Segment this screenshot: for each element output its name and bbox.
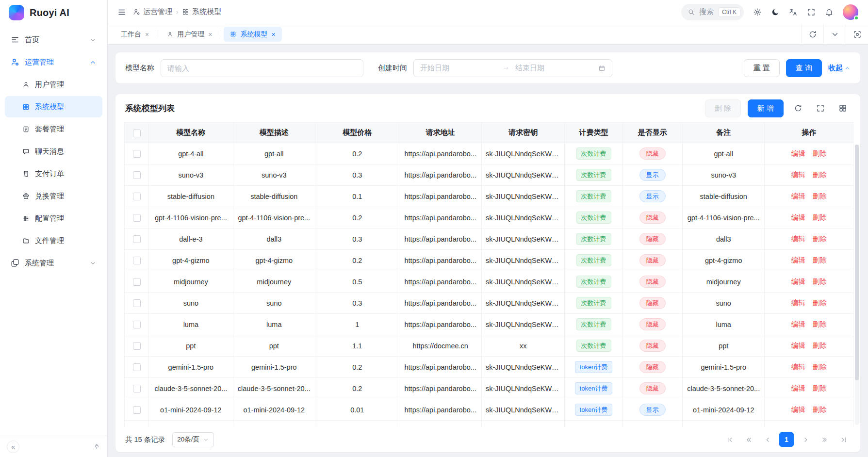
- expand-icon[interactable]: [813, 100, 828, 116]
- sidebar-item-home[interactable]: 首页: [5, 29, 102, 50]
- select-all-checkbox[interactable]: [133, 130, 141, 137]
- edit-link[interactable]: 编辑: [791, 256, 805, 264]
- delete-link[interactable]: 删除: [813, 406, 827, 413]
- row-checkbox[interactable]: [133, 278, 141, 286]
- next-page-button[interactable]: [798, 432, 813, 447]
- edit-link[interactable]: 编辑: [791, 235, 805, 243]
- sidebar-item-system[interactable]: 系统管理: [5, 252, 102, 274]
- row-checkbox[interactable]: [133, 214, 141, 222]
- sidebar-item-file-management[interactable]: 文件管理: [5, 230, 102, 251]
- end-date-placeholder: 结束日期: [515, 64, 592, 73]
- delete-link[interactable]: 删除: [813, 384, 827, 392]
- search-placeholder: 搜索: [699, 7, 714, 16]
- edit-link[interactable]: 编辑: [791, 149, 805, 157]
- edit-link[interactable]: 编辑: [791, 363, 805, 371]
- row-checkbox[interactable]: [133, 193, 141, 200]
- breadcrumb-item-operations[interactable]: 运营管理: [133, 7, 172, 16]
- page-size-select[interactable]: 20条/页: [172, 432, 214, 447]
- delete-link[interactable]: 删除: [813, 192, 827, 200]
- edit-link[interactable]: 编辑: [791, 213, 805, 221]
- delete-link[interactable]: 删除: [813, 149, 827, 157]
- gear-icon[interactable]: [753, 8, 762, 16]
- sidebar-item-operations[interactable]: 运营管理: [5, 51, 102, 73]
- tab-user-manage[interactable]: 用户管理×: [161, 27, 218, 42]
- row-checkbox[interactable]: [133, 150, 141, 158]
- refresh-icon[interactable]: [801, 24, 823, 44]
- tab-workbench[interactable]: 工作台×: [115, 27, 155, 42]
- fullscreen-icon[interactable]: [807, 8, 816, 16]
- add-button[interactable]: 新 增: [748, 99, 784, 117]
- sidebar-item-system-model[interactable]: 系统模型: [5, 96, 102, 117]
- sidebar-item-config-management[interactable]: 配置管理: [5, 208, 102, 229]
- scrollbar-thumb[interactable]: [855, 145, 859, 380]
- tab-system-model[interactable]: 系统模型×: [224, 27, 281, 42]
- avatar[interactable]: [843, 4, 858, 20]
- sidebar-item-payment-orders[interactable]: 支付订单: [5, 163, 102, 184]
- bell-icon[interactable]: [825, 8, 834, 16]
- edit-link[interactable]: 编辑: [791, 192, 805, 200]
- tab-close-icon[interactable]: ×: [145, 31, 149, 38]
- delete-link[interactable]: 删除: [813, 299, 827, 307]
- sidebar-item-package-management[interactable]: 套餐管理: [5, 118, 102, 140]
- cell-remark: gemini-1.5-pro: [683, 357, 765, 378]
- sidebar-item-user-management[interactable]: 用户管理: [5, 74, 102, 95]
- jump-forward-button[interactable]: [817, 432, 832, 447]
- sidebar-item-exchange-management[interactable]: 兑换管理: [5, 185, 102, 207]
- row-checkbox[interactable]: [133, 171, 141, 179]
- collapse-filter-link[interactable]: 收起: [828, 64, 851, 73]
- row-checkbox[interactable]: [133, 321, 141, 328]
- edit-link[interactable]: 编辑: [791, 171, 805, 179]
- tab-label: 工作台: [121, 30, 141, 39]
- row-checkbox[interactable]: [133, 257, 141, 264]
- hamburger-icon[interactable]: [117, 8, 126, 16]
- chevron-down-icon[interactable]: [823, 24, 846, 44]
- edit-link[interactable]: 编辑: [791, 342, 805, 349]
- delete-link[interactable]: 删除: [813, 213, 827, 221]
- cell-model-name: o1-mini-2024-09-12: [149, 399, 233, 421]
- focus-layout-icon[interactable]: [846, 24, 868, 44]
- reset-button[interactable]: 重 置: [744, 59, 780, 77]
- edit-link[interactable]: 编辑: [791, 277, 805, 285]
- delete-link[interactable]: 删除: [813, 235, 827, 243]
- edit-link[interactable]: 编辑: [791, 384, 805, 392]
- model-name-input[interactable]: [161, 59, 363, 77]
- delete-link[interactable]: 删除: [813, 342, 827, 349]
- delete-link[interactable]: 删除: [813, 277, 827, 285]
- first-page-button[interactable]: [722, 432, 737, 447]
- query-button[interactable]: 查 询: [786, 59, 822, 77]
- breadcrumb-item-system-model[interactable]: 系统模型: [182, 7, 221, 16]
- table-row: midjourney midjourney 0.5 https://api.pa…: [125, 271, 853, 293]
- table-scrollbar[interactable]: [855, 145, 859, 425]
- delete-link[interactable]: 删除: [813, 171, 827, 179]
- pin-icon[interactable]: [93, 443, 100, 450]
- delete-link[interactable]: 删除: [813, 320, 827, 328]
- row-checkbox[interactable]: [133, 406, 141, 414]
- delete-link[interactable]: 删除: [813, 363, 827, 371]
- row-checkbox[interactable]: [133, 385, 141, 392]
- tab-close-icon[interactable]: ×: [208, 31, 212, 38]
- delete-link[interactable]: 删除: [813, 256, 827, 264]
- edit-link[interactable]: 编辑: [791, 406, 805, 413]
- translate-icon[interactable]: [789, 8, 798, 16]
- global-search[interactable]: 搜索 Ctrl K: [681, 4, 744, 20]
- refresh-icon[interactable]: [790, 100, 806, 116]
- edit-link[interactable]: 编辑: [791, 320, 805, 328]
- prev-page-button[interactable]: [760, 432, 775, 447]
- last-page-button[interactable]: [836, 432, 851, 447]
- row-checkbox[interactable]: [133, 235, 141, 243]
- column-settings-icon[interactable]: [835, 100, 851, 116]
- dark-mode-moon-icon[interactable]: [771, 8, 780, 16]
- page-number-1[interactable]: 1: [779, 432, 794, 447]
- cell-model-name: claude-3-5-sonnet-20...: [149, 378, 233, 399]
- sidebar-item-chat-messages[interactable]: 聊天消息: [5, 141, 102, 162]
- row-checkbox[interactable]: [133, 299, 141, 307]
- date-range-picker[interactable]: 开始日期 结束日期: [413, 59, 612, 77]
- jump-back-button[interactable]: [741, 432, 756, 447]
- sidebar-collapse-button[interactable]: «: [7, 441, 19, 453]
- delete-button[interactable]: 删 除: [705, 99, 741, 117]
- row-checkbox[interactable]: [133, 363, 141, 371]
- edit-link[interactable]: 编辑: [791, 299, 805, 307]
- row-checkbox[interactable]: [133, 342, 141, 350]
- tab-close-icon[interactable]: ×: [271, 31, 275, 38]
- app-logo[interactable]: Ruoyi AI: [0, 0, 107, 25]
